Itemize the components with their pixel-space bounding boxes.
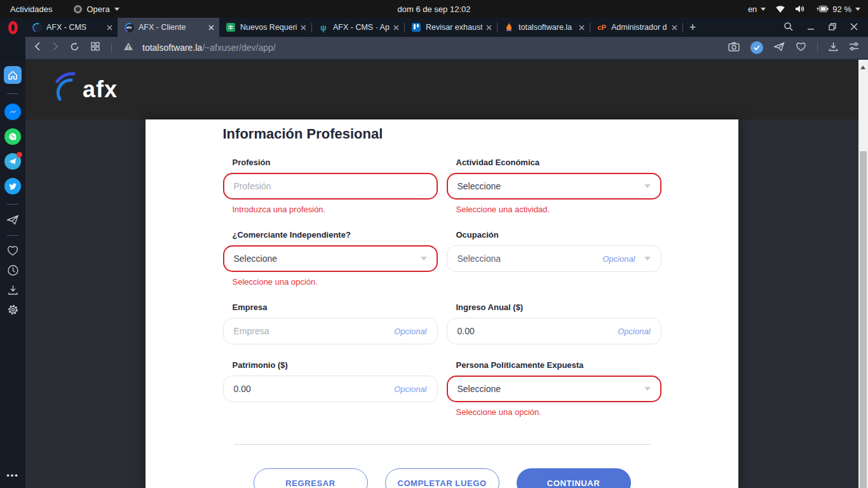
settings-gear-icon[interactable] (7, 304, 19, 316)
back-button[interactable] (34, 42, 41, 53)
close-icon[interactable] (486, 25, 492, 30)
sidebar-overflow-icon[interactable]: ••• (6, 471, 19, 480)
afx-favicon-icon: afx (124, 22, 134, 32)
form-grid: Profesión Introduzca una profesión. Acti… (223, 158, 661, 433)
close-icon[interactable] (107, 25, 112, 30)
easy-setup-tune-icon[interactable] (849, 42, 859, 53)
chevron-down-icon (644, 184, 651, 188)
twitter-icon[interactable] (4, 178, 21, 194)
error-message: Seleccione una opción. (447, 407, 661, 417)
comerciante-independiente-select[interactable]: Seleccione (223, 245, 438, 272)
vpn-shield-icon[interactable] (750, 41, 763, 54)
close-window-button[interactable] (850, 22, 858, 33)
forward-button[interactable] (52, 42, 58, 53)
field-empresa: Empresa Opcional (223, 302, 438, 344)
patrimonio-input[interactable] (234, 384, 395, 394)
chevron-down-icon (855, 8, 860, 11)
tab-revisar-exhaustivamente[interactable]: Revisar exhausti (405, 18, 497, 37)
tab-afx-cms[interactable]: AFX - CMS (25, 18, 118, 37)
minimize-button[interactable] (807, 22, 815, 33)
battery-indicator[interactable]: 92 % (815, 4, 860, 14)
downloads-icon[interactable] (8, 285, 18, 295)
download-icon[interactable] (829, 42, 838, 54)
chevron-down-icon (644, 257, 651, 261)
my-flow-sidebar-icon[interactable] (6, 214, 19, 226)
app-menu[interactable]: Opera (74, 4, 119, 14)
chevron-down-icon (114, 8, 119, 11)
profesion-input[interactable] (234, 181, 427, 191)
speed-dial-home-icon[interactable] (4, 66, 22, 84)
optional-tag: Opcional (618, 327, 650, 336)
page-title: Información Profesional (223, 126, 661, 142)
scroll-up-arrow-icon[interactable] (860, 65, 865, 69)
opera-sidebar: ••• (0, 60, 25, 488)
page-scrollbar[interactable] (858, 60, 868, 488)
field-ocupacion: Ocupación Selecciona Opcional (447, 230, 661, 287)
cpanel-favicon-icon: cP (597, 22, 607, 32)
telegram-icon[interactable] (4, 153, 21, 170)
trello-favicon-icon (411, 22, 421, 32)
whatsapp-icon[interactable] (4, 128, 21, 145)
bookmark-heart-icon[interactable] (796, 42, 806, 54)
regresar-button[interactable]: REGRESAR (254, 468, 368, 488)
new-tab-button[interactable]: + (683, 18, 702, 37)
wifi-icon[interactable] (775, 4, 785, 13)
system-clock[interactable]: dom 6 de sep 12:02 (0, 4, 868, 14)
optional-tag: Opcional (394, 384, 426, 394)
field-actividad-economica: Actividad Económica Seleccione Seleccion… (447, 158, 661, 214)
speed-dial-grid-icon[interactable] (91, 42, 100, 53)
close-icon[interactable] (301, 25, 306, 30)
ingreso-anual-input-box: Opcional (447, 318, 661, 344)
chevron-down-icon (761, 8, 766, 11)
volume-icon[interactable] (795, 4, 805, 13)
error-message: Seleccione una opción. (223, 277, 438, 287)
bookmarks-heart-icon[interactable] (6, 245, 19, 256)
chevron-down-icon (421, 257, 427, 261)
reload-button[interactable] (70, 42, 79, 54)
field-persona-politicamente-expuesta: Persona Políticamente Expuesta Seleccion… (447, 360, 661, 417)
optional-tag: Opcional (602, 254, 635, 264)
ingreso-anual-input[interactable] (458, 326, 618, 336)
site-header: afx (25, 60, 858, 119)
tab-administrador[interactable]: cP Administrador d (590, 18, 682, 37)
close-icon[interactable] (579, 25, 585, 30)
patrimonio-input-box: Opcional (223, 376, 438, 402)
afx-logo[interactable]: afx (50, 70, 118, 109)
close-icon[interactable] (672, 25, 677, 30)
tab-afx-cms-apia[interactable]: ψ AFX - CMS · Apia (312, 18, 404, 37)
tab-nuevos-requerimientos[interactable]: Nuevos Requerim (219, 18, 311, 37)
persona-politicamente-expuesta-select[interactable]: Seleccione (447, 376, 661, 402)
tab-totalsoftware[interactable]: totalsoftware.la (498, 18, 590, 37)
keyboard-layout-indicator[interactable]: en (748, 4, 766, 14)
form-card: Información Profesional Profesión Introd… (146, 119, 738, 488)
activities-button[interactable]: Actividades (10, 4, 52, 14)
optional-tag: Opcional (394, 327, 426, 336)
app-menu-label: Opera (86, 4, 109, 14)
not-secure-warning-icon[interactable] (123, 42, 133, 53)
messenger-icon[interactable] (4, 104, 21, 120)
tab-afx-cliente[interactable]: afx AFX - Cliente (118, 18, 219, 37)
my-flow-icon[interactable] (774, 42, 785, 54)
history-clock-icon[interactable] (7, 264, 19, 276)
completar-luego-button[interactable]: COMPLETAR LUEGO (385, 468, 499, 488)
actividad-economica-select[interactable]: Seleccione (447, 173, 661, 200)
field-comerciante-independiente: ¿Comerciante Independiente? Seleccione S… (223, 230, 438, 287)
error-message: Seleccione una actividad. (447, 205, 661, 214)
opera-menu-button[interactable] (0, 18, 25, 37)
search-icon[interactable] (783, 22, 793, 34)
spreadsheet-favicon-icon (226, 22, 236, 32)
error-message: Introduzca una profesión. (223, 205, 438, 214)
continuar-button[interactable]: CONTINUAR (517, 468, 631, 488)
maximize-button[interactable] (829, 22, 836, 33)
snapshot-camera-icon[interactable] (728, 42, 740, 54)
empresa-input[interactable] (234, 326, 395, 336)
address-url[interactable]: totalsoftware.la/~afxuser/dev/app/ (142, 43, 276, 53)
opera-logo-icon (8, 21, 18, 34)
close-icon[interactable] (208, 25, 214, 30)
scrollbar-thumb[interactable] (860, 151, 867, 488)
form-actions: REGRESAR COMPLETAR LUEGO CONTINUAR (223, 468, 661, 488)
field-ingreso-anual: Ingreso Anual ($) Opcional (447, 302, 661, 344)
afx-logo-text: afx (83, 76, 118, 103)
close-icon[interactable] (393, 25, 399, 30)
ocupacion-select[interactable]: Selecciona Opcional (447, 245, 661, 272)
